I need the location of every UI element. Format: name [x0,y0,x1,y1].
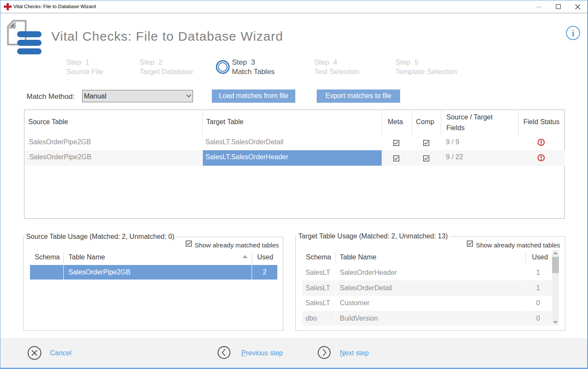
svg-text:i: i [572,28,574,39]
